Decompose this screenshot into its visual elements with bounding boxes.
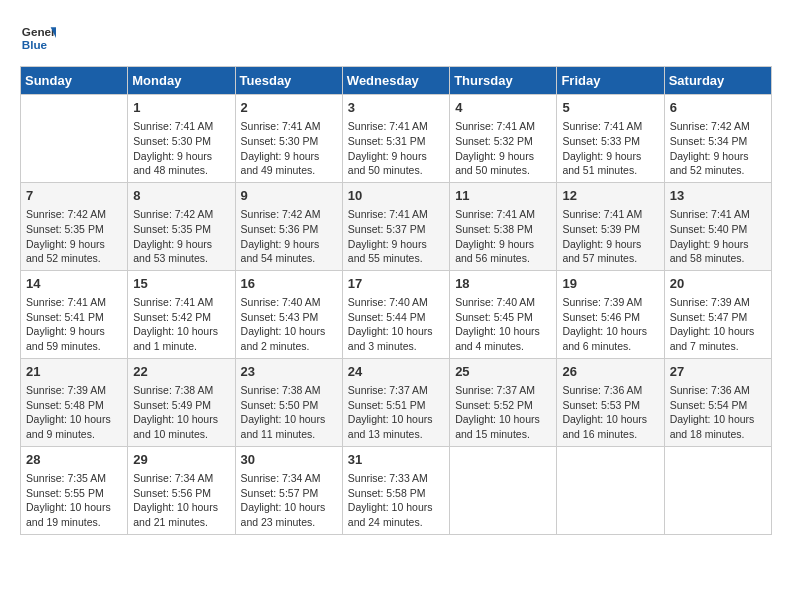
day-number: 3 bbox=[348, 99, 444, 117]
calendar-cell: 21Sunrise: 7:39 AM Sunset: 5:48 PM Dayli… bbox=[21, 358, 128, 446]
day-info: Sunrise: 7:36 AM Sunset: 5:54 PM Dayligh… bbox=[670, 383, 766, 442]
col-header-sunday: Sunday bbox=[21, 67, 128, 95]
calendar-cell: 31Sunrise: 7:33 AM Sunset: 5:58 PM Dayli… bbox=[342, 446, 449, 534]
day-number: 24 bbox=[348, 363, 444, 381]
day-number: 1 bbox=[133, 99, 229, 117]
day-info: Sunrise: 7:39 AM Sunset: 5:47 PM Dayligh… bbox=[670, 295, 766, 354]
day-number: 31 bbox=[348, 451, 444, 469]
day-number: 22 bbox=[133, 363, 229, 381]
day-info: Sunrise: 7:41 AM Sunset: 5:33 PM Dayligh… bbox=[562, 119, 658, 178]
calendar-cell: 15Sunrise: 7:41 AM Sunset: 5:42 PM Dayli… bbox=[128, 270, 235, 358]
calendar-header-row: SundayMondayTuesdayWednesdayThursdayFrid… bbox=[21, 67, 772, 95]
calendar-cell: 27Sunrise: 7:36 AM Sunset: 5:54 PM Dayli… bbox=[664, 358, 771, 446]
calendar-cell: 30Sunrise: 7:34 AM Sunset: 5:57 PM Dayli… bbox=[235, 446, 342, 534]
week-row-3: 14Sunrise: 7:41 AM Sunset: 5:41 PM Dayli… bbox=[21, 270, 772, 358]
week-row-4: 21Sunrise: 7:39 AM Sunset: 5:48 PM Dayli… bbox=[21, 358, 772, 446]
calendar-cell: 26Sunrise: 7:36 AM Sunset: 5:53 PM Dayli… bbox=[557, 358, 664, 446]
calendar-cell: 1Sunrise: 7:41 AM Sunset: 5:30 PM Daylig… bbox=[128, 95, 235, 183]
day-info: Sunrise: 7:36 AM Sunset: 5:53 PM Dayligh… bbox=[562, 383, 658, 442]
day-number: 2 bbox=[241, 99, 337, 117]
day-info: Sunrise: 7:41 AM Sunset: 5:32 PM Dayligh… bbox=[455, 119, 551, 178]
day-number: 20 bbox=[670, 275, 766, 293]
day-info: Sunrise: 7:42 AM Sunset: 5:35 PM Dayligh… bbox=[26, 207, 122, 266]
day-number: 15 bbox=[133, 275, 229, 293]
day-info: Sunrise: 7:41 AM Sunset: 5:40 PM Dayligh… bbox=[670, 207, 766, 266]
day-number: 13 bbox=[670, 187, 766, 205]
calendar-cell: 18Sunrise: 7:40 AM Sunset: 5:45 PM Dayli… bbox=[450, 270, 557, 358]
day-number: 10 bbox=[348, 187, 444, 205]
day-info: Sunrise: 7:41 AM Sunset: 5:30 PM Dayligh… bbox=[241, 119, 337, 178]
day-number: 16 bbox=[241, 275, 337, 293]
day-number: 23 bbox=[241, 363, 337, 381]
calendar-cell: 9Sunrise: 7:42 AM Sunset: 5:36 PM Daylig… bbox=[235, 182, 342, 270]
day-info: Sunrise: 7:37 AM Sunset: 5:51 PM Dayligh… bbox=[348, 383, 444, 442]
calendar-cell: 23Sunrise: 7:38 AM Sunset: 5:50 PM Dayli… bbox=[235, 358, 342, 446]
day-number: 5 bbox=[562, 99, 658, 117]
day-number: 18 bbox=[455, 275, 551, 293]
calendar-cell: 22Sunrise: 7:38 AM Sunset: 5:49 PM Dayli… bbox=[128, 358, 235, 446]
day-number: 21 bbox=[26, 363, 122, 381]
calendar-cell: 24Sunrise: 7:37 AM Sunset: 5:51 PM Dayli… bbox=[342, 358, 449, 446]
col-header-saturday: Saturday bbox=[664, 67, 771, 95]
calendar-cell: 20Sunrise: 7:39 AM Sunset: 5:47 PM Dayli… bbox=[664, 270, 771, 358]
day-info: Sunrise: 7:35 AM Sunset: 5:55 PM Dayligh… bbox=[26, 471, 122, 530]
calendar-cell: 3Sunrise: 7:41 AM Sunset: 5:31 PM Daylig… bbox=[342, 95, 449, 183]
day-info: Sunrise: 7:41 AM Sunset: 5:31 PM Dayligh… bbox=[348, 119, 444, 178]
calendar-cell bbox=[21, 95, 128, 183]
calendar-cell: 5Sunrise: 7:41 AM Sunset: 5:33 PM Daylig… bbox=[557, 95, 664, 183]
day-info: Sunrise: 7:34 AM Sunset: 5:57 PM Dayligh… bbox=[241, 471, 337, 530]
calendar-cell: 13Sunrise: 7:41 AM Sunset: 5:40 PM Dayli… bbox=[664, 182, 771, 270]
calendar-cell: 12Sunrise: 7:41 AM Sunset: 5:39 PM Dayli… bbox=[557, 182, 664, 270]
day-number: 29 bbox=[133, 451, 229, 469]
day-info: Sunrise: 7:41 AM Sunset: 5:37 PM Dayligh… bbox=[348, 207, 444, 266]
day-number: 27 bbox=[670, 363, 766, 381]
calendar-cell: 4Sunrise: 7:41 AM Sunset: 5:32 PM Daylig… bbox=[450, 95, 557, 183]
calendar-cell: 6Sunrise: 7:42 AM Sunset: 5:34 PM Daylig… bbox=[664, 95, 771, 183]
day-number: 4 bbox=[455, 99, 551, 117]
day-info: Sunrise: 7:39 AM Sunset: 5:48 PM Dayligh… bbox=[26, 383, 122, 442]
day-info: Sunrise: 7:40 AM Sunset: 5:43 PM Dayligh… bbox=[241, 295, 337, 354]
calendar-cell bbox=[664, 446, 771, 534]
day-number: 17 bbox=[348, 275, 444, 293]
calendar-cell bbox=[450, 446, 557, 534]
page-header: General Blue bbox=[20, 20, 772, 56]
day-info: Sunrise: 7:42 AM Sunset: 5:35 PM Dayligh… bbox=[133, 207, 229, 266]
day-info: Sunrise: 7:42 AM Sunset: 5:34 PM Dayligh… bbox=[670, 119, 766, 178]
day-info: Sunrise: 7:41 AM Sunset: 5:38 PM Dayligh… bbox=[455, 207, 551, 266]
day-number: 25 bbox=[455, 363, 551, 381]
calendar-cell: 8Sunrise: 7:42 AM Sunset: 5:35 PM Daylig… bbox=[128, 182, 235, 270]
day-info: Sunrise: 7:41 AM Sunset: 5:42 PM Dayligh… bbox=[133, 295, 229, 354]
logo: General Blue bbox=[20, 20, 60, 56]
col-header-tuesday: Tuesday bbox=[235, 67, 342, 95]
day-info: Sunrise: 7:38 AM Sunset: 5:50 PM Dayligh… bbox=[241, 383, 337, 442]
week-row-5: 28Sunrise: 7:35 AM Sunset: 5:55 PM Dayli… bbox=[21, 446, 772, 534]
calendar-cell: 28Sunrise: 7:35 AM Sunset: 5:55 PM Dayli… bbox=[21, 446, 128, 534]
day-info: Sunrise: 7:39 AM Sunset: 5:46 PM Dayligh… bbox=[562, 295, 658, 354]
day-info: Sunrise: 7:38 AM Sunset: 5:49 PM Dayligh… bbox=[133, 383, 229, 442]
col-header-wednesday: Wednesday bbox=[342, 67, 449, 95]
col-header-thursday: Thursday bbox=[450, 67, 557, 95]
calendar-cell: 19Sunrise: 7:39 AM Sunset: 5:46 PM Dayli… bbox=[557, 270, 664, 358]
calendar-cell: 7Sunrise: 7:42 AM Sunset: 5:35 PM Daylig… bbox=[21, 182, 128, 270]
day-info: Sunrise: 7:37 AM Sunset: 5:52 PM Dayligh… bbox=[455, 383, 551, 442]
logo-icon: General Blue bbox=[20, 20, 56, 56]
day-number: 12 bbox=[562, 187, 658, 205]
day-number: 7 bbox=[26, 187, 122, 205]
day-number: 14 bbox=[26, 275, 122, 293]
day-info: Sunrise: 7:34 AM Sunset: 5:56 PM Dayligh… bbox=[133, 471, 229, 530]
col-header-monday: Monday bbox=[128, 67, 235, 95]
day-number: 19 bbox=[562, 275, 658, 293]
day-info: Sunrise: 7:41 AM Sunset: 5:30 PM Dayligh… bbox=[133, 119, 229, 178]
day-info: Sunrise: 7:40 AM Sunset: 5:45 PM Dayligh… bbox=[455, 295, 551, 354]
svg-text:General: General bbox=[22, 25, 56, 38]
calendar-cell: 14Sunrise: 7:41 AM Sunset: 5:41 PM Dayli… bbox=[21, 270, 128, 358]
calendar-table: SundayMondayTuesdayWednesdayThursdayFrid… bbox=[20, 66, 772, 535]
day-number: 8 bbox=[133, 187, 229, 205]
calendar-cell: 2Sunrise: 7:41 AM Sunset: 5:30 PM Daylig… bbox=[235, 95, 342, 183]
week-row-1: 1Sunrise: 7:41 AM Sunset: 5:30 PM Daylig… bbox=[21, 95, 772, 183]
day-number: 28 bbox=[26, 451, 122, 469]
calendar-cell: 16Sunrise: 7:40 AM Sunset: 5:43 PM Dayli… bbox=[235, 270, 342, 358]
calendar-cell: 11Sunrise: 7:41 AM Sunset: 5:38 PM Dayli… bbox=[450, 182, 557, 270]
day-info: Sunrise: 7:33 AM Sunset: 5:58 PM Dayligh… bbox=[348, 471, 444, 530]
day-number: 30 bbox=[241, 451, 337, 469]
